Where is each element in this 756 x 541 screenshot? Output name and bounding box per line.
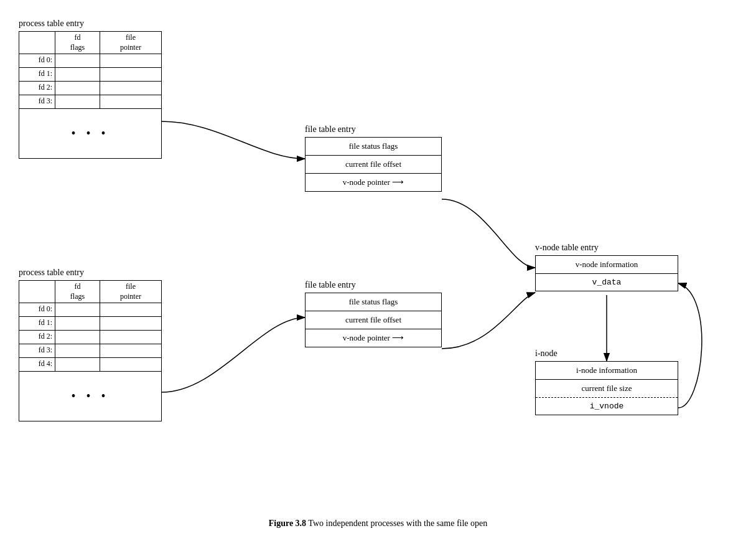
bottom-pt-fd2-flags [55,331,100,344]
top-pt-fd1-fp [100,68,161,81]
top-pt-fd3-label: fd 3: [19,95,55,108]
bottom-pt-row-3: fd 3: [19,344,161,358]
bottom-pt-row-1: fd 1: [19,317,161,331]
bottom-pt-fd1-label: fd 1: [19,317,55,330]
bottom-file-table: file status flags current file offset v-… [305,293,442,347]
top-pt-fd3-flags [55,95,100,108]
bottom-ft-row-0: file status flags [306,293,441,311]
top-pt-header: fdflags filepointer [19,32,161,54]
top-process-table-label: process table entry [19,19,84,29]
inode-table-label: i-node [535,349,558,359]
top-process-table: fdflags filepointer fd 0: fd 1: fd 2: fd… [19,31,162,159]
top-ft-row-0: file status flags [306,138,441,156]
bottom-process-table-label: process table entry [19,268,84,278]
top-ft-row-2: v-node pointer ⟶ [306,174,441,191]
inode-row-1: current file size [536,380,678,398]
bottom-pt-fd4-flags [55,358,100,371]
top-pt-fd0-flags [55,54,100,67]
bottom-pt-fd1-flags [55,317,100,330]
bottom-pt-fd2-label: fd 2: [19,331,55,344]
bottom-pt-row-2: fd 2: [19,331,161,344]
inode-row-0: i-node information [536,362,678,380]
bottom-pt-header: fdflags filepointer [19,281,161,303]
bottom-pt-dots: • • • [19,372,161,421]
bottom-process-table: fdflags filepointer fd 0: fd 1: fd 2: fd… [19,280,162,421]
bottom-pt-fd4-label: fd 4: [19,358,55,371]
inode-table: i-node information current file size i_v… [535,361,678,415]
top-pt-fd0-label: fd 0: [19,54,55,67]
top-file-table-label: file table entry [305,125,356,134]
top-pt-dots: • • • [19,109,161,158]
top-pt-fd1-label: fd 1: [19,68,55,81]
top-pt-fd2-flags [55,82,100,95]
top-pt-fd3-fp [100,95,161,108]
bottom-pt-fd1-fp [100,317,161,330]
bottom-file-table-wrapper: file table entry file status flags curre… [305,280,356,293]
bottom-ft-row-2: v-node pointer ⟶ [306,329,441,347]
top-file-table: file status flags current file offset v-… [305,137,442,192]
top-pt-fd1-flags [55,68,100,81]
top-pt-row-3: fd 3: [19,95,161,109]
bottom-pt-fd0-fp [100,303,161,316]
vnode-table-label: v-node table entry [535,243,599,253]
bottom-pt-row-0: fd 0: [19,303,161,317]
top-pt-fd2-fp [100,82,161,95]
top-pt-header-pointer: filepointer [100,32,161,54]
bottom-pt-fd2-fp [100,331,161,344]
bottom-process-table-wrapper: process table entry fdflags filepointer … [19,268,84,280]
bottom-pt-fd3-flags [55,344,100,357]
vnode-table-wrapper: v-node table entry v-node information v_… [535,243,599,255]
bottom-pt-fd3-fp [100,344,161,357]
top-process-table-wrapper: process table entry fdflags filepointer … [19,19,84,31]
caption-text: Two independent processes with the same … [306,519,487,528]
vnode-row-0: v-node information [536,256,678,274]
top-pt-header-spacer [19,32,55,54]
vnode-row-1: v_data [536,274,678,291]
top-pt-row-1: fd 1: [19,68,161,82]
top-ft-row-1: current file offset [306,156,441,174]
diagram-container: process table entry fdflags filepointer … [0,0,756,541]
top-pt-row-0: fd 0: [19,54,161,68]
bottom-pt-header-pointer: filepointer [100,281,161,303]
top-pt-row-2: fd 2: [19,82,161,95]
bottom-pt-fd0-flags [55,303,100,316]
bottom-pt-header-flags: fdflags [55,281,100,303]
bottom-pt-header-spacer [19,281,55,303]
inode-table-wrapper: i-node i-node information current file s… [535,349,558,361]
figure-caption: Figure 3.8 Two independent processes wit… [0,519,756,529]
top-file-table-wrapper: file table entry file status flags curre… [305,125,356,137]
bottom-pt-fd0-label: fd 0: [19,303,55,316]
vnode-table: v-node information v_data [535,255,678,291]
bottom-pt-row-4: fd 4: [19,358,161,372]
bottom-file-table-label: file table entry [305,280,356,290]
bottom-pt-fd4-fp [100,358,161,371]
top-pt-fd0-fp [100,54,161,67]
top-pt-header-flags: fdflags [55,32,100,54]
figure-number: Figure 3.8 [269,519,306,528]
bottom-pt-fd3-label: fd 3: [19,344,55,357]
bottom-ft-row-1: current file offset [306,311,441,329]
inode-row-2: i_vnode [536,398,678,415]
top-pt-fd2-label: fd 2: [19,82,55,95]
